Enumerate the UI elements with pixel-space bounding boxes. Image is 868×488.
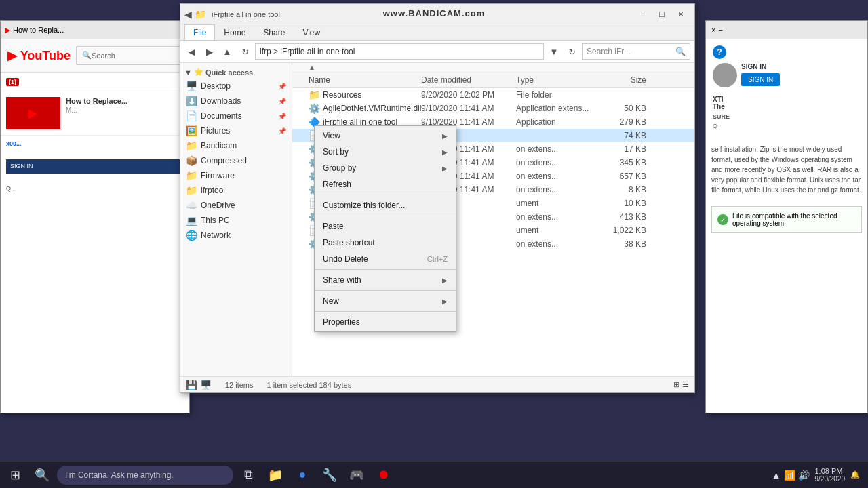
refresh-btn[interactable]: ↻ bbox=[237, 44, 252, 59]
ctx-undo-delete[interactable]: Undo Delete Ctrl+Z bbox=[315, 251, 456, 267]
tab-file[interactable]: File bbox=[184, 24, 215, 40]
ctx-paste-shortcut[interactable]: Paste shortcut bbox=[315, 235, 456, 251]
rp-minimize-btn[interactable]: − bbox=[718, 26, 722, 34]
col-size-header[interactable]: Size bbox=[597, 75, 652, 85]
up-btn[interactable]: ▲ bbox=[220, 44, 235, 59]
sidebar-item-downloads[interactable]: ⬇️ Downloads 📌 bbox=[180, 94, 292, 108]
sidebar-item-network[interactable]: 🌐 Network bbox=[180, 228, 292, 243]
tray-volume[interactable]: 🔊 bbox=[798, 470, 810, 481]
tray-arrow[interactable]: ▲ bbox=[772, 470, 781, 481]
file-list-header: Name Date modified Type Size bbox=[292, 73, 694, 88]
taskbar-app1-icon[interactable]: 🔧 bbox=[317, 463, 342, 487]
forward-btn[interactable]: ▶ bbox=[202, 44, 217, 59]
minimize-btn[interactable]: − bbox=[633, 6, 652, 22]
taskbar-app2-icon[interactable]: 🎮 bbox=[344, 463, 369, 487]
ctx-separator-3 bbox=[315, 269, 456, 270]
quick-access-arrow: ▼ bbox=[184, 68, 192, 77]
sign-in-btn[interactable]: SIGN IN bbox=[6, 159, 184, 174]
search-input[interactable]: Search iFr... bbox=[587, 47, 631, 56]
maximize-btn[interactable]: □ bbox=[652, 6, 671, 22]
sidebar-item-compressed[interactable]: 📦 Compressed bbox=[180, 153, 292, 168]
ctx-customize[interactable]: Customize this folder... bbox=[315, 197, 456, 214]
tab-home[interactable]: Home bbox=[215, 24, 254, 40]
start-button[interactable]: ⊞ bbox=[3, 463, 27, 487]
address-path[interactable]: ifrp > iFrpfile all in one tool bbox=[255, 43, 544, 60]
sidebar-item-ifrptool[interactable]: 📁 ifrptool bbox=[180, 183, 292, 198]
task-view-btn[interactable]: ⧉ bbox=[236, 463, 260, 487]
ctx-refresh[interactable]: Refresh bbox=[315, 176, 456, 192]
cortana-button[interactable]: 🔍 bbox=[30, 463, 54, 487]
address-refresh-btn[interactable]: ↻ bbox=[564, 44, 579, 59]
title-bar-icons: ◀ 📁 bbox=[184, 9, 206, 20]
sign-in-button[interactable]: SIGN IN bbox=[741, 73, 780, 86]
clock[interactable]: 1:08 PM 9/20/2020 bbox=[815, 467, 846, 483]
details-view-btn[interactable]: ⊞ bbox=[673, 380, 679, 389]
compressed-icon: 📦 bbox=[186, 155, 197, 166]
sure-label: SURE bbox=[713, 113, 861, 120]
col-date-header[interactable]: Date modified bbox=[421, 75, 516, 85]
table-row[interactable]: ⚙️AgileDotNet.VMRuntime.dll 9/10/2020 11… bbox=[292, 102, 694, 115]
sidebar-item-documents[interactable]: 📄 Documents 📌 bbox=[180, 108, 292, 123]
file-size: 413 KB bbox=[597, 212, 652, 222]
sidebar-item-desktop[interactable]: 🖥️ Desktop 📌 bbox=[180, 79, 292, 94]
selection-detail: 1 item selected 184 bytes bbox=[267, 381, 351, 389]
sidebar-label-ifrptool: ifrptool bbox=[201, 186, 225, 195]
sidebar-item-firmware[interactable]: 📁 Firmware bbox=[180, 168, 292, 183]
system-tray: ▲ 📶 🔊 1:08 PM 9/20/2020 🔔 bbox=[772, 467, 865, 483]
ctx-separator-1 bbox=[315, 195, 456, 195]
ctx-new[interactable]: New ▶ bbox=[315, 293, 456, 309]
taskbar-explorer-icon[interactable]: 📁 bbox=[263, 463, 288, 487]
ctx-view[interactable]: View ▶ bbox=[315, 127, 456, 144]
yt-play-icon: ▶ bbox=[6, 97, 60, 129]
file-size: 10 KB bbox=[597, 199, 652, 208]
tab-share[interactable]: Share bbox=[254, 24, 294, 40]
folder-icon: 📁 bbox=[309, 89, 320, 100]
yt-link[interactable]: x00... bbox=[6, 140, 184, 148]
dll-icon: ⚙️ bbox=[309, 103, 320, 114]
sidebar-item-pictures[interactable]: 🖼️ Pictures 📌 bbox=[180, 123, 292, 138]
browser-titlebar: ▶ How to Repla... × bbox=[1, 21, 189, 39]
ctx-paste[interactable]: Paste bbox=[315, 218, 456, 235]
notification-btn[interactable]: 🔔 bbox=[850, 470, 860, 479]
back-btn[interactable]: ◀ bbox=[184, 44, 199, 59]
sidebar-quick-access-header[interactable]: ▼ ⭐ Quick access bbox=[180, 66, 292, 79]
sidebar-item-bandicam[interactable]: 📁 Bandicam bbox=[180, 138, 292, 153]
tab-view[interactable]: View bbox=[294, 24, 329, 40]
help-icon: ? bbox=[713, 45, 726, 59]
yt-search-box[interactable]: 🔍 Search bbox=[76, 46, 182, 65]
sidebar-label-firmware: Firmware bbox=[201, 171, 235, 180]
col-name-header[interactable]: Name bbox=[292, 75, 421, 85]
file-type: Application extens... bbox=[516, 104, 597, 113]
drive-icons: 💾 🖥️ bbox=[186, 380, 212, 390]
taskbar-chrome-icon[interactable]: ● bbox=[290, 463, 315, 487]
pin-icon-downloads: 📌 bbox=[278, 98, 286, 105]
ctx-properties[interactable]: Properties bbox=[315, 314, 456, 330]
col-type-header[interactable]: Type bbox=[516, 75, 597, 85]
address-dropdown-btn[interactable]: ▼ bbox=[547, 44, 561, 59]
sidebar-item-onedrive[interactable]: ☁️ OneDrive bbox=[180, 198, 292, 213]
profile-name: SIGN IN bbox=[741, 63, 780, 70]
this-pc-icon: 💻 bbox=[186, 215, 197, 226]
ctx-sort-by[interactable]: Sort by ▶ bbox=[315, 144, 456, 160]
sidebar-item-this-pc[interactable]: 💻 This PC bbox=[180, 213, 292, 228]
rp-close-btn[interactable]: × bbox=[711, 26, 715, 34]
search-box[interactable]: Search iFr... 🔍 bbox=[582, 43, 690, 60]
sidebar: ▼ ⭐ Quick access 🖥️ Desktop 📌 ⬇️ Downloa… bbox=[180, 63, 292, 376]
undo-delete-label: Undo Delete bbox=[323, 254, 368, 264]
avatar bbox=[713, 63, 737, 87]
ctx-group-by[interactable]: Group by ▶ bbox=[315, 160, 456, 176]
table-row[interactable]: 📁Resources 9/20/2020 12:02 PM File folde… bbox=[292, 88, 694, 102]
yt-sidebar-content: x00... SIGN IN Q... bbox=[1, 136, 189, 197]
yt-channel: M... bbox=[66, 106, 127, 114]
list-view-btn[interactable]: ☰ bbox=[682, 380, 689, 389]
taskbar-record-icon[interactable]: ⏺ bbox=[372, 463, 396, 487]
sidebar-label-desktop: Desktop bbox=[201, 81, 231, 91]
ctx-share-with[interactable]: Share with ▶ bbox=[315, 272, 456, 288]
tray-network[interactable]: 📶 bbox=[784, 470, 795, 481]
sidebar-label-onedrive: OneDrive bbox=[201, 201, 235, 210]
close-btn[interactable]: × bbox=[671, 6, 690, 22]
taskbar-search[interactable]: I'm Cortana. Ask me anything. bbox=[57, 466, 233, 485]
yt-video-item[interactable]: ▶ How to Replace... M... bbox=[1, 92, 189, 136]
file-type: File folder bbox=[516, 90, 597, 100]
downloads-icon: ⬇️ bbox=[186, 96, 197, 106]
